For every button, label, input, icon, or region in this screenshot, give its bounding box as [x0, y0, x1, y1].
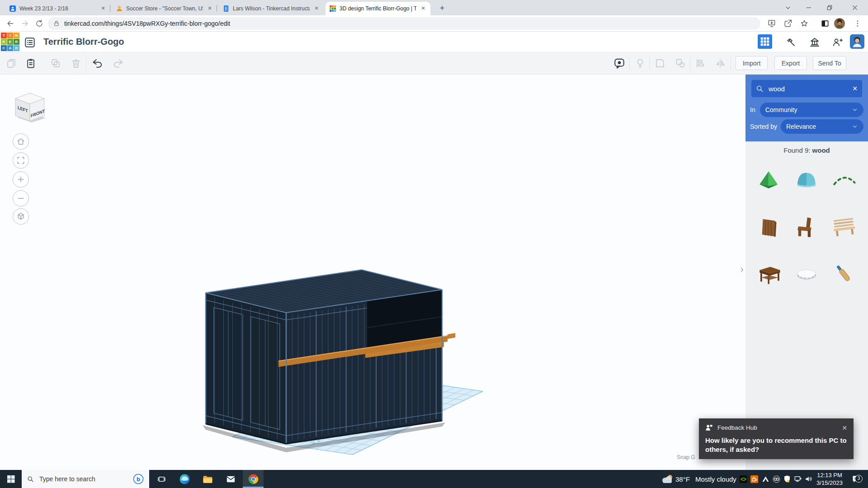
- file-explorer-icon[interactable]: [197, 470, 218, 488]
- tab-close-icon[interactable]: ✕: [313, 5, 320, 12]
- send-to-button[interactable]: Send To: [813, 56, 846, 70]
- taskbar-search-box[interactable]: b: [22, 470, 149, 488]
- taskbar-clock[interactable]: 12:13 PM 3/15/2023: [813, 471, 846, 487]
- side-panel-icon[interactable]: [819, 18, 831, 29]
- back-button[interactable]: [4, 17, 17, 30]
- shape-result-wood-plank[interactable]: [755, 208, 784, 244]
- account-avatar[interactable]: [850, 34, 864, 49]
- edge-icon[interactable]: [174, 470, 195, 488]
- notes-comment-button[interactable]: [613, 57, 625, 69]
- zoom-out-button[interactable]: [13, 190, 29, 206]
- address-bar[interactable]: tinkercad.com/things/4SV18pwRXGy-terrifi…: [48, 17, 760, 30]
- scope-value: Community: [765, 106, 797, 113]
- action-center-button[interactable]: 3: [847, 470, 865, 488]
- shapes-search-input[interactable]: [768, 84, 846, 93]
- zoom-in-button[interactable]: [13, 171, 29, 188]
- tinkercad-logo[interactable]: TIN KER CAD: [1, 33, 19, 51]
- delete-button[interactable]: [70, 57, 82, 69]
- mirror-button[interactable]: [714, 57, 726, 69]
- tab-close-icon[interactable]: ✕: [99, 5, 107, 12]
- weather-temp[interactable]: 38°F: [675, 470, 690, 488]
- view-cube[interactable]: LEFT FRONT: [10, 89, 50, 127]
- apps-grid-button[interactable]: [758, 34, 772, 49]
- undo-button[interactable]: [91, 57, 103, 69]
- toolbar-divider: [629, 57, 630, 70]
- redo-button[interactable]: [113, 57, 124, 69]
- shape-result-wood-green-roof[interactable]: [755, 161, 784, 197]
- browser-tab-tinkercad-active[interactable]: 3D design Terrific Blorr-Gogo | Ti ✕: [326, 2, 430, 15]
- task-view-button[interactable]: [151, 470, 172, 488]
- bing-chat-icon[interactable]: b: [133, 474, 144, 484]
- container-model[interactable]: [203, 270, 455, 452]
- reload-button[interactable]: [33, 17, 46, 30]
- java-tray-icon[interactable]: [749, 470, 760, 488]
- export-button[interactable]: Export: [774, 56, 807, 70]
- toolbar-divider: [690, 57, 690, 70]
- browser-tab-week23[interactable]: Week 23 2/13 - 2/16 ✕: [5, 2, 110, 15]
- autodesk-tray-icon[interactable]: [760, 470, 771, 488]
- snap-grid-label[interactable]: Snap G: [677, 454, 695, 460]
- browser-tab-lars-wilson[interactable]: Lars Wilson - Tinkercad Instructa ✕: [219, 2, 324, 15]
- shape-result-wood-table[interactable]: [755, 255, 784, 291]
- fit-view-button[interactable]: [13, 152, 29, 169]
- paste-button[interactable]: [25, 57, 37, 69]
- copy-button[interactable]: [5, 57, 17, 69]
- toast-close-icon[interactable]: ✕: [842, 424, 847, 432]
- import-button[interactable]: Import: [736, 56, 768, 70]
- lock-icon: [53, 20, 60, 27]
- group-button[interactable]: [654, 57, 666, 69]
- browser-tab-soccer-store[interactable]: Soccer Store - "Soccer Town, USA" ✕: [112, 2, 217, 15]
- design-menu-icon[interactable]: [23, 35, 37, 50]
- nvidia-tray-icon[interactable]: [738, 470, 749, 488]
- window-restore-button[interactable]: [819, 0, 840, 15]
- shape-result-tambourine[interactable]: [792, 255, 821, 291]
- shape-result-wood-chair[interactable]: [792, 208, 821, 244]
- ungroup-button[interactable]: [675, 57, 686, 69]
- weather-icon[interactable]: [659, 470, 675, 488]
- 3d-viewport[interactable]: Workplane: [0, 75, 745, 470]
- new-tab-button[interactable]: +: [437, 3, 448, 14]
- taskbar-search-input[interactable]: [38, 475, 126, 483]
- shape-result-wood-rounded-tunnel[interactable]: [792, 161, 821, 197]
- mail-icon[interactable]: [220, 470, 241, 488]
- clear-search-icon[interactable]: ✕: [852, 85, 858, 92]
- shape-result-wood-bench[interactable]: [829, 208, 859, 244]
- invite-person-icon[interactable]: [830, 35, 844, 50]
- classroom-building-icon[interactable]: [807, 35, 822, 50]
- network-tray-icon[interactable]: [793, 470, 803, 488]
- bookmark-star-icon[interactable]: [798, 18, 810, 29]
- tab-search-chevron-icon[interactable]: [778, 0, 798, 15]
- install-icon[interactable]: [766, 18, 778, 29]
- tab-close-icon[interactable]: ✕: [420, 5, 427, 12]
- tab-close-icon[interactable]: ✕: [206, 5, 213, 12]
- chrome-icon[interactable]: [243, 470, 264, 488]
- tools-hammer-icon[interactable]: [784, 35, 798, 50]
- tab-title: Soccer Store - "Soccer Town, USA": [126, 5, 203, 12]
- notification-count-badge: 3: [855, 475, 863, 483]
- window-close-button[interactable]: [844, 0, 865, 15]
- perspective-toggle-button[interactable]: [13, 208, 29, 225]
- feedback-hub-notification[interactable]: Feedback Hub ✕ How likely are you to rec…: [699, 418, 854, 459]
- align-button[interactable]: [694, 57, 706, 69]
- browser-menu-icon[interactable]: [852, 18, 863, 29]
- security-tray-icon[interactable]: [782, 470, 793, 488]
- profile-avatar[interactable]: [834, 18, 845, 29]
- weather-description[interactable]: Mostly cloudy: [695, 470, 736, 488]
- window-minimize-button[interactable]: [798, 0, 819, 15]
- forward-button[interactable]: [18, 17, 32, 30]
- shape-result-wood-leaves-arc[interactable]: [829, 161, 859, 197]
- adobe-cc-tray-icon[interactable]: [771, 470, 782, 488]
- duplicate-button[interactable]: [50, 57, 61, 69]
- sort-dropdown[interactable]: Relevance: [781, 119, 863, 134]
- design-title[interactable]: Terrific Blorr-Gogo: [43, 37, 124, 47]
- 3d-canvas[interactable]: Workplane LEFT FRONT Snap G: [0, 75, 745, 470]
- share-icon[interactable]: [782, 18, 794, 29]
- scope-dropdown[interactable]: Community: [760, 103, 863, 117]
- lightbulb-button[interactable]: [634, 57, 646, 69]
- panel-collapse-handle[interactable]: [739, 267, 745, 275]
- home-view-button[interactable]: [13, 133, 29, 150]
- shapes-search-box[interactable]: ✕: [751, 80, 862, 97]
- start-button[interactable]: [0, 470, 22, 488]
- desktop-screen: Week 23 2/13 - 2/16 ✕ Soccer Store - "So…: [0, 0, 868, 488]
- shape-result-cricket-bat[interactable]: [829, 255, 859, 291]
